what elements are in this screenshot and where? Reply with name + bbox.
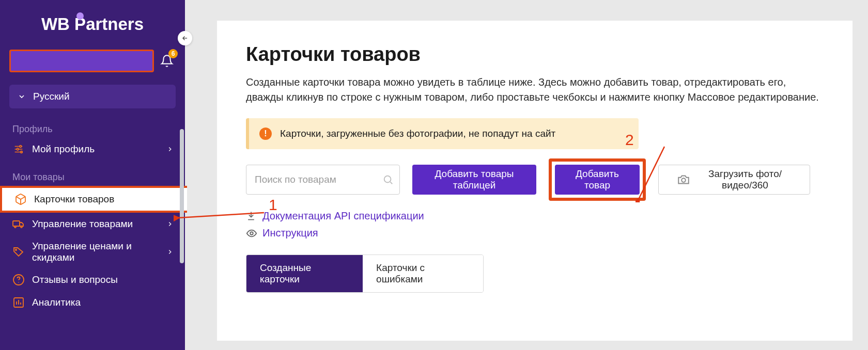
sidebar-search-row: 6 xyxy=(9,50,176,72)
sidebar-item-manage-goods[interactable]: Управление товарами xyxy=(0,213,185,235)
warning-alert: ! Карточки, загруженные без фотографии, … xyxy=(246,118,639,149)
svg-point-8 xyxy=(18,282,19,283)
annotation-number-1: 1 xyxy=(269,196,277,214)
eye-icon xyxy=(246,228,257,239)
exclamation-icon: ! xyxy=(259,128,272,140)
link-label: Инструкция xyxy=(262,227,318,239)
upload-media-button[interactable]: Загрузить фото/видео/360 xyxy=(658,165,810,195)
alert-text: Карточки, загруженные без фотографии, не… xyxy=(280,128,555,139)
page-title: Карточки товаров xyxy=(246,43,824,66)
sidebar-item-label: Управление товарами xyxy=(32,218,159,230)
svg-point-12 xyxy=(250,232,253,235)
sidebar-item-label: Аналитика xyxy=(32,297,174,308)
chevron-down-icon xyxy=(18,92,26,101)
svg-point-1 xyxy=(17,148,19,150)
svg-point-0 xyxy=(20,146,22,148)
product-search-wrap xyxy=(246,165,400,195)
tab-error-cards[interactable]: Карточки с ошибками xyxy=(363,255,483,292)
svg-point-4 xyxy=(14,226,16,228)
chevron-right-icon xyxy=(166,220,174,228)
language-label: Русский xyxy=(33,91,70,102)
page-description: Созданные карточки товара можно увидеть … xyxy=(246,75,824,105)
svg-rect-3 xyxy=(13,221,20,226)
question-circle-icon xyxy=(12,274,25,286)
sidebar-item-label: Мой профиль xyxy=(32,144,159,155)
links-block: Документация API спецификации Инструкция xyxy=(246,210,824,239)
button-label: Добавить товары таблицей xyxy=(428,168,521,191)
svg-point-5 xyxy=(21,226,22,228)
section-label-goods: Мои товары xyxy=(0,161,185,186)
tag-icon xyxy=(12,246,25,258)
sidebar-item-label: Отзывы и вопросы xyxy=(32,274,174,285)
camera-icon xyxy=(677,173,690,186)
download-icon xyxy=(246,211,257,222)
sidebar: WB Partners 6 Русский Профиль Мой профил… xyxy=(0,0,185,350)
link-label: Документация API спецификации xyxy=(262,210,424,222)
button-label: Добавить товар xyxy=(566,168,628,191)
sidebar-item-label: Управление ценами и скидками xyxy=(32,241,159,263)
tab-label: Карточки с ошибками xyxy=(376,262,425,284)
tab-label: Созданные карточки xyxy=(260,262,311,284)
annotation-number-2: 2 xyxy=(625,131,634,149)
sidebar-item-reviews[interactable]: Отзывы и вопросы xyxy=(0,268,185,291)
section-label-profile: Профиль xyxy=(0,113,185,138)
truck-icon xyxy=(12,218,25,230)
logo-text: WB Partners xyxy=(41,14,144,34)
bar-chart-icon xyxy=(12,296,25,309)
sidebar-search-input[interactable] xyxy=(9,50,154,72)
svg-point-11 xyxy=(681,178,686,182)
api-doc-link[interactable]: Документация API спецификации xyxy=(246,210,824,222)
add-product-highlight: Добавить товар xyxy=(549,158,646,201)
sidebar-item-cards[interactable]: Карточки товаров xyxy=(0,186,187,213)
product-search-input[interactable] xyxy=(246,165,400,195)
sidebar-item-label: Карточки товаров xyxy=(34,194,176,205)
chevron-right-icon xyxy=(166,146,174,153)
language-selector[interactable]: Русский xyxy=(9,85,176,108)
sliders-icon xyxy=(12,143,25,155)
main-panel: Карточки товаров Созданные карточки това… xyxy=(217,21,853,341)
search-icon xyxy=(382,174,394,185)
svg-point-6 xyxy=(16,249,17,250)
notifications-button[interactable]: 6 xyxy=(158,52,176,70)
arrow-left-icon xyxy=(181,35,189,42)
add-products-table-button[interactable]: Добавить товары таблицей xyxy=(412,165,536,195)
chevron-right-icon xyxy=(166,248,174,256)
action-row: Добавить товары таблицей Добавить товар … xyxy=(246,165,824,195)
logo-row: WB Partners xyxy=(0,0,185,43)
add-product-button[interactable]: Добавить товар xyxy=(555,165,640,195)
button-label: Загрузить фото/видео/360 xyxy=(699,168,792,191)
sidebar-item-analytics[interactable]: Аналитика xyxy=(0,291,185,314)
logo-dot-icon xyxy=(76,12,84,20)
svg-point-10 xyxy=(384,176,391,183)
sidebar-collapse-button[interactable] xyxy=(178,31,192,45)
sidebar-item-manage-prices[interactable]: Управление ценами и скидками xyxy=(0,235,185,268)
sidebar-item-profile[interactable]: Мой профиль xyxy=(0,138,185,161)
logo: WB Partners xyxy=(41,14,144,34)
notifications-badge: 6 xyxy=(168,49,178,58)
tabs-row: Созданные карточки Карточки с ошибками xyxy=(246,254,484,293)
instruction-link[interactable]: Инструкция xyxy=(246,227,824,239)
box-icon xyxy=(14,193,27,205)
sidebar-scrollbar[interactable] xyxy=(180,129,184,263)
tab-created-cards[interactable]: Созданные карточки xyxy=(246,255,363,292)
